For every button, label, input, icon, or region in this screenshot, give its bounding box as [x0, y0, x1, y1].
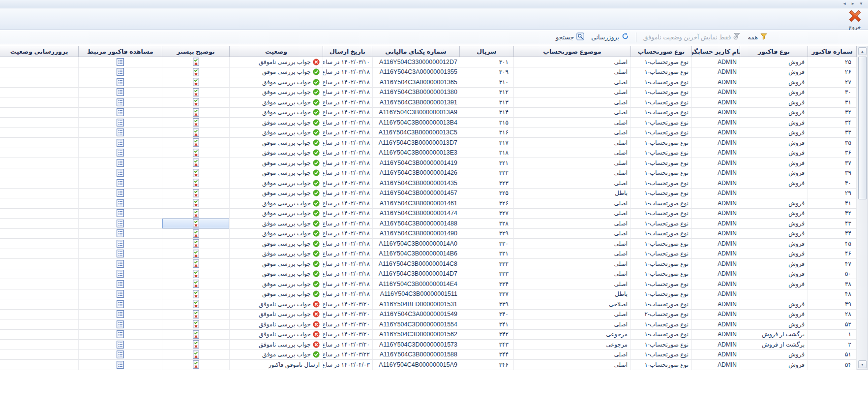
related-invoice-icon[interactable]	[117, 159, 124, 167]
cell-more-detail[interactable]	[162, 350, 230, 360]
column-header-update-status[interactable]: بروزرسانی وضعیت	[0, 46, 79, 57]
cell-more-detail[interactable]	[162, 158, 230, 168]
cell-view-related-invoice[interactable]	[79, 279, 162, 289]
related-invoice-icon[interactable]	[117, 169, 124, 177]
cell-more-detail[interactable]	[162, 249, 230, 259]
cell-view-related-invoice[interactable]	[79, 97, 162, 108]
cell-more-detail[interactable]	[162, 209, 230, 219]
cell-view-related-invoice[interactable]	[79, 168, 162, 179]
cell-more-detail[interactable]	[162, 219, 230, 229]
more-detail-icon[interactable]	[193, 138, 199, 147]
scroll-down-button[interactable]: ▼	[858, 360, 867, 368]
cell-more-detail[interactable]	[162, 67, 230, 78]
cell-more-detail[interactable]	[162, 319, 230, 330]
column-header-more-detail[interactable]: توضیح بیشتر	[162, 46, 230, 57]
exit-button[interactable]: خروج	[843, 9, 867, 29]
more-detail-icon[interactable]	[193, 108, 199, 117]
more-detail-icon[interactable]	[193, 149, 199, 157]
related-invoice-icon[interactable]	[117, 229, 124, 237]
related-invoice-icon[interactable]	[117, 290, 124, 298]
related-invoice-icon[interactable]	[117, 88, 124, 96]
scroll-up-button[interactable]: ▲	[858, 47, 867, 55]
cell-view-related-invoice[interactable]	[79, 239, 162, 249]
nav-list-icon[interactable]: ▼	[859, 1, 863, 7]
more-detail-icon[interactable]	[193, 360, 199, 369]
more-detail-icon[interactable]	[193, 159, 199, 167]
more-detail-icon[interactable]	[193, 259, 199, 268]
cell-view-related-invoice[interactable]	[79, 138, 162, 148]
more-detail-icon[interactable]	[193, 209, 199, 218]
filter-all-button[interactable]: همه	[748, 33, 767, 42]
related-invoice-icon[interactable]	[117, 209, 124, 217]
cell-view-related-invoice[interactable]	[79, 350, 162, 360]
more-detail-icon[interactable]	[193, 128, 199, 137]
related-invoice-icon[interactable]	[117, 300, 124, 308]
more-detail-icon[interactable]	[193, 118, 199, 127]
cell-more-detail[interactable]	[162, 269, 230, 280]
related-invoice-icon[interactable]	[117, 280, 124, 288]
cell-more-detail[interactable]	[162, 239, 230, 249]
related-invoice-icon[interactable]	[117, 260, 124, 268]
cell-more-detail[interactable]	[162, 279, 230, 289]
cell-view-related-invoice[interactable]	[79, 269, 162, 280]
cell-more-detail[interactable]	[162, 189, 230, 199]
cell-view-related-invoice[interactable]	[79, 88, 162, 98]
related-invoice-icon[interactable]	[117, 330, 124, 338]
cell-view-related-invoice[interactable]	[79, 189, 162, 199]
more-detail-icon[interactable]	[193, 219, 199, 227]
cell-view-related-invoice[interactable]	[79, 360, 162, 370]
cell-view-related-invoice[interactable]	[79, 229, 162, 239]
cell-view-related-invoice[interactable]	[79, 209, 162, 219]
cell-view-related-invoice[interactable]	[79, 289, 162, 300]
cell-more-detail[interactable]	[162, 229, 230, 239]
related-invoice-icon[interactable]	[117, 58, 124, 66]
related-invoice-icon[interactable]	[117, 240, 124, 248]
related-invoice-icon[interactable]	[117, 199, 124, 207]
column-header-serial[interactable]: سریال	[460, 46, 514, 57]
cell-more-detail[interactable]	[162, 108, 230, 118]
cell-more-detail[interactable]	[162, 178, 230, 189]
more-detail-icon[interactable]	[193, 310, 199, 318]
related-invoice-icon[interactable]	[117, 68, 124, 76]
related-invoice-icon[interactable]	[117, 350, 124, 358]
cell-view-related-invoice[interactable]	[79, 219, 162, 229]
cell-more-detail[interactable]	[162, 77, 230, 88]
related-invoice-icon[interactable]	[117, 341, 124, 349]
more-detail-icon[interactable]	[193, 58, 199, 66]
cell-more-detail[interactable]	[162, 148, 230, 159]
cell-more-detail[interactable]	[162, 289, 230, 300]
more-detail-icon[interactable]	[193, 320, 199, 328]
cell-view-related-invoice[interactable]	[79, 57, 162, 67]
related-invoice-icon[interactable]	[117, 139, 124, 147]
more-detail-icon[interactable]	[193, 250, 199, 258]
cell-view-related-invoice[interactable]	[79, 108, 162, 118]
related-invoice-icon[interactable]	[117, 361, 124, 369]
related-invoice-icon[interactable]	[117, 270, 124, 278]
column-header-tax-unique-number[interactable]: شماره یکتای مالیاتی	[372, 46, 460, 57]
related-invoice-icon[interactable]	[117, 320, 124, 328]
cell-more-detail[interactable]	[162, 168, 230, 179]
cell-view-related-invoice[interactable]	[79, 158, 162, 168]
related-invoice-icon[interactable]	[117, 98, 124, 106]
cell-more-detail[interactable]	[162, 340, 230, 350]
cell-view-related-invoice[interactable]	[79, 310, 162, 320]
cell-more-detail[interactable]	[162, 360, 230, 370]
column-header-status[interactable]: وضعیت	[230, 46, 323, 57]
cell-more-detail[interactable]	[162, 88, 230, 98]
more-detail-icon[interactable]	[193, 300, 199, 308]
cell-view-related-invoice[interactable]	[79, 148, 162, 159]
more-detail-icon[interactable]	[193, 330, 199, 339]
nav-next-icon[interactable]: ►	[851, 1, 855, 7]
more-detail-icon[interactable]	[193, 179, 199, 187]
cell-more-detail[interactable]	[162, 259, 230, 269]
column-header-view-related-invoice[interactable]: مشاهده فاکتور مرتبط	[79, 46, 162, 57]
cell-more-detail[interactable]	[162, 97, 230, 108]
related-invoice-icon[interactable]	[117, 128, 124, 136]
related-invoice-icon[interactable]	[117, 179, 124, 187]
refresh-button[interactable]: بروزرسانی	[591, 32, 629, 42]
more-detail-icon[interactable]	[193, 270, 199, 278]
more-detail-icon[interactable]	[193, 239, 199, 248]
related-invoice-icon[interactable]	[117, 149, 124, 157]
column-header-accountant-user[interactable]: نام کاربر حسابگر	[692, 46, 740, 57]
cell-view-related-invoice[interactable]	[79, 118, 162, 128]
